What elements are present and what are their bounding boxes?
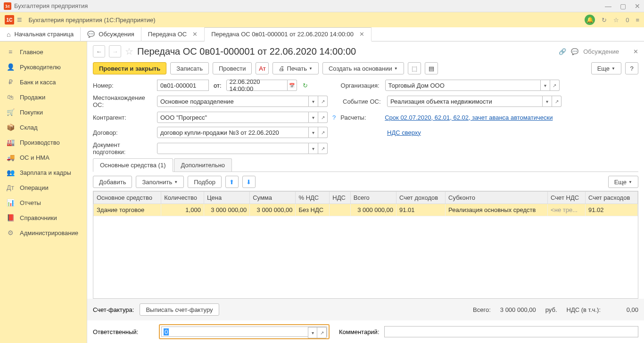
prep-input[interactable] (157, 143, 309, 154)
back-button[interactable]: ← (93, 45, 105, 57)
close-icon[interactable]: ✕ (192, 31, 198, 38)
column-header[interactable]: Сумма (250, 192, 296, 204)
column-header[interactable]: НДС (330, 192, 350, 204)
hamburger-icon[interactable]: ≡ (17, 15, 22, 25)
contract-input[interactable]: договор купли-продажи №3 от 22.06.2020 (157, 127, 309, 138)
dropdown-icon[interactable]: ▾ (309, 127, 318, 138)
column-header[interactable]: Счет расходов (585, 192, 637, 204)
help-icon[interactable]: ? (332, 114, 336, 121)
close-button[interactable]: ✕ (635, 2, 640, 10)
sidebar-item-9[interactable]: ДтОперации (0, 180, 87, 195)
dtkt-button[interactable]: Ат (256, 62, 269, 74)
sidebar-item-8[interactable]: 👥Зарплата и кадры (0, 165, 87, 180)
issue-invoice-button[interactable]: Выписать счет-фактуру (140, 303, 219, 316)
tab-assets[interactable]: Основные средства (1) (93, 158, 173, 172)
sidebar-item-3[interactable]: 🛍Продажи (0, 90, 87, 105)
open-icon[interactable]: ↗ (552, 96, 561, 107)
column-header[interactable]: Всего (350, 192, 396, 204)
move-down-button[interactable]: ⬇ (242, 176, 256, 188)
sidebar-item-11[interactable]: 📕Справочники (0, 210, 87, 225)
column-header[interactable]: Субконто (446, 192, 548, 204)
open-icon[interactable]: ↗ (318, 143, 328, 154)
column-header[interactable]: Счет НДС (548, 192, 586, 204)
star-icon[interactable]: ☆ (613, 16, 619, 24)
open-icon[interactable]: ↗ (318, 127, 328, 138)
discuss-label[interactable]: Обсуждение (583, 48, 619, 55)
refresh-icon[interactable]: ↻ (303, 82, 308, 89)
add-button[interactable]: Добавить (93, 176, 132, 188)
sidebar-item-0[interactable]: ≡Главное (0, 44, 87, 59)
document-icon[interactable]: ▤ (425, 62, 438, 74)
org-input[interactable]: Торговый Дом ООО (385, 80, 541, 91)
dropdown-icon[interactable]: ▾ (309, 143, 318, 154)
sidebar-item-4[interactable]: 🛒Покупки (0, 105, 87, 120)
create-based-button[interactable]: Создать на основании ▼ (322, 62, 404, 74)
open-icon[interactable]: ↗ (317, 327, 327, 338)
hierarchy-icon[interactable]: ⬚ (408, 62, 421, 74)
tab-transfer-1[interactable]: Передача ОС ✕ (141, 27, 205, 41)
more-icon[interactable]: ≡ (636, 16, 639, 24)
sidebar-item-5[interactable]: 📦Склад (0, 120, 87, 135)
table-row[interactable]: Здание торговое 1,000 3 000 000,00 3 000… (94, 204, 638, 216)
save-button[interactable]: Записать (170, 62, 209, 74)
responsible-input[interactable]: 0 ▾ ↗ (161, 327, 327, 337)
column-header[interactable]: Цена (204, 192, 249, 204)
event-input[interactable]: Реализация объекта недвижимости (387, 96, 543, 107)
number-input[interactable]: 0в01-000001 (157, 80, 209, 91)
tab-transfer-2[interactable]: Передача ОС 0в01-000001 от 22.06.2020 14… (205, 27, 372, 41)
favorite-icon[interactable]: ☆ (125, 46, 133, 57)
sidebar-label: ОС и НМА (20, 154, 50, 161)
more-button[interactable]: Еще ▼ (591, 62, 621, 74)
assets-table[interactable]: Основное средствоКоличествоЦенаСумма% НД… (93, 191, 638, 299)
column-header[interactable]: Счет доходов (396, 192, 446, 204)
history-icon[interactable]: ↻ (602, 16, 607, 24)
sidebar-label: Справочники (20, 214, 57, 221)
table-more-button[interactable]: Еще ▼ (608, 176, 638, 188)
forward-button[interactable]: → (109, 45, 121, 57)
move-up-button[interactable]: ⬆ (225, 176, 239, 188)
column-header[interactable]: Основное средство (94, 192, 161, 204)
vat-link[interactable]: НДС сверху (387, 129, 421, 136)
bell-icon[interactable]: 🔔 (585, 15, 595, 25)
sidebar-item-12[interactable]: ⚙Администрирование (0, 225, 87, 240)
close-panel-icon[interactable]: ✕ (633, 48, 638, 55)
sidebar-item-7[interactable]: 🚚ОС и НМА (0, 150, 87, 165)
date-input[interactable]: 22.06.2020 14:00:00 (226, 80, 288, 91)
location-input[interactable]: Основное подразделение (157, 96, 309, 107)
select-button[interactable]: Подбор (188, 176, 222, 188)
tab-discussions[interactable]: 💬 Обсуждения (81, 27, 141, 41)
dropdown-icon[interactable]: ▾ (309, 96, 318, 107)
open-icon[interactable]: ↗ (318, 96, 328, 107)
maximize-button[interactable]: ▢ (620, 2, 626, 10)
dropdown-icon[interactable]: ▾ (308, 327, 317, 338)
sidebar-item-10[interactable]: 📊Отчеты (0, 195, 87, 210)
column-header[interactable]: Количество (161, 192, 204, 204)
sidebar-item-1[interactable]: 👤Руководителю (0, 59, 87, 74)
tab-home[interactable]: ⌂ Начальная страница (0, 27, 81, 41)
open-icon[interactable]: ↗ (550, 80, 560, 91)
calc-link[interactable]: Срок 02.07.2020, 62.01, 62.02, зачет ава… (385, 114, 553, 121)
tab-additional[interactable]: Дополнительно (174, 158, 232, 172)
post-and-close-button[interactable]: Провести и закрыть (93, 62, 166, 74)
post-button[interactable]: Провести (213, 62, 252, 74)
print-button[interactable]: 🖨 Печать ▼ (272, 62, 319, 74)
sidebar-icon: 🚚 (7, 154, 14, 161)
open-icon[interactable]: ↗ (318, 112, 328, 123)
minimize-button[interactable]: — (605, 2, 611, 10)
close-icon[interactable]: ✕ (359, 31, 364, 38)
column-header[interactable]: % НДС (296, 192, 330, 204)
sidebar-icon: 🛍 (7, 93, 14, 101)
dropdown-icon[interactable]: ▾ (543, 96, 552, 107)
counterparty-input[interactable]: ООО "Прогресс" (157, 112, 309, 123)
dropdown-icon[interactable]: ▾ (541, 80, 550, 91)
sidebar-item-6[interactable]: 🏭Производство (0, 135, 87, 150)
calc-label: Расчеты: (340, 114, 382, 121)
fill-button[interactable]: Заполнить ▼ (136, 176, 184, 188)
sidebar-item-2[interactable]: ₽Банк и касса (0, 74, 87, 90)
calendar-icon[interactable]: 📅 (288, 80, 297, 91)
dropdown-icon[interactable]: ▾ (309, 112, 318, 123)
help-button[interactable]: ? (625, 62, 638, 74)
link-icon[interactable]: 🔗 (559, 48, 566, 55)
discuss-icon[interactable]: 💬 (571, 48, 578, 55)
comment-input[interactable] (384, 326, 639, 337)
